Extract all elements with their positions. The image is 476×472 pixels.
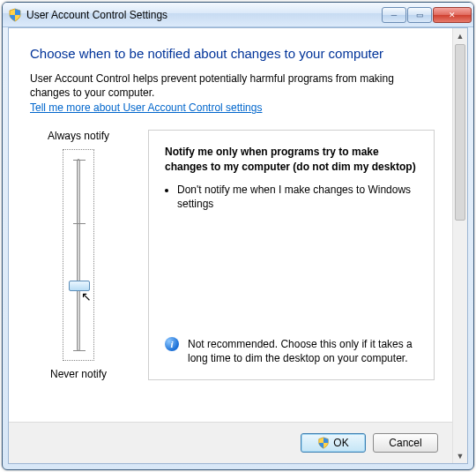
vertical-scrollbar[interactable]: ▲ ▼ <box>452 28 467 463</box>
info-icon: i <box>165 337 179 351</box>
intro-text: User Account Control helps prevent poten… <box>30 71 435 100</box>
help-link[interactable]: Tell me more about User Account Control … <box>30 101 262 114</box>
slider-track: ↖ <box>77 159 80 351</box>
content-pane: Choose when to be notified about changes… <box>9 28 452 463</box>
titlebar[interactable]: User Account Control Settings ─ ▭ ✕ <box>3 3 473 27</box>
ok-button[interactable]: OK <box>301 433 366 453</box>
slider-bottom-label: Never notify <box>50 368 107 380</box>
bullet-item: Don't notify me when I make changes to W… <box>177 183 418 211</box>
notification-slider[interactable]: ↖ <box>63 149 94 361</box>
slider-column: Always notify ↖ Never notify <box>30 130 127 380</box>
scroll-thumb[interactable] <box>455 44 465 221</box>
close-button[interactable]: ✕ <box>433 7 472 23</box>
slider-tick <box>73 223 86 224</box>
slider-top-label: Always notify <box>48 130 109 142</box>
description-panel: Notify me only when programs try to make… <box>148 130 435 380</box>
cancel-button[interactable]: Cancel <box>373 433 438 453</box>
ok-button-label: OK <box>333 437 348 449</box>
scroll-down-arrow[interactable]: ▼ <box>453 448 467 463</box>
uac-settings-window: User Account Control Settings ─ ▭ ✕ ▲ ▼ … <box>2 2 474 470</box>
main-row: Always notify ↖ Never notify <box>30 130 435 380</box>
cursor-icon: ↖ <box>81 289 92 303</box>
uac-shield-icon <box>317 437 330 449</box>
window-title: User Account Control Settings <box>26 9 381 21</box>
minimize-button[interactable]: ─ <box>382 7 406 23</box>
button-bar: OK Cancel <box>9 422 452 463</box>
scroll-up-arrow[interactable]: ▲ <box>453 28 467 43</box>
description-title: Notify me only when programs try to make… <box>165 145 418 173</box>
client-area: ▲ ▼ Choose when to be notified about cha… <box>8 27 468 464</box>
description-bullets: Don't notify me when I make changes to W… <box>177 183 418 211</box>
cancel-button-label: Cancel <box>389 437 421 449</box>
page-heading: Choose when to be notified about changes… <box>30 46 435 61</box>
slider-tick <box>73 350 86 351</box>
slider-tick <box>73 160 86 161</box>
recommendation-text: Not recommended. Choose this only if it … <box>188 337 418 365</box>
maximize-button[interactable]: ▭ <box>407 7 432 23</box>
recommendation-row: i Not recommended. Choose this only if i… <box>165 337 418 365</box>
uac-shield-icon <box>8 8 22 22</box>
